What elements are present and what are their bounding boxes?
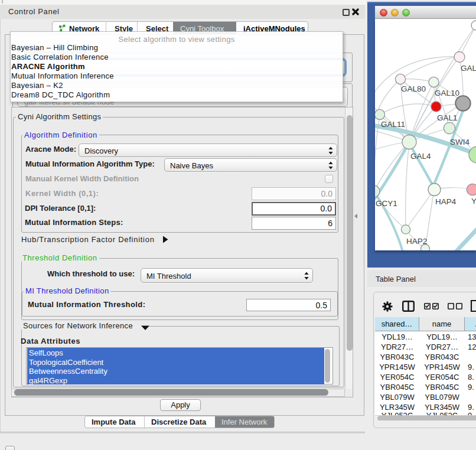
svg-text:SWI4: SWI4 — [450, 138, 470, 146]
svg-text:GCY1: GCY1 — [376, 199, 397, 208]
svg-text:HAP4: HAP4 — [435, 197, 457, 206]
svg-text:GAL2: GAL2 — [461, 64, 476, 73]
svg-text:GAL11: GAL11 — [381, 120, 405, 129]
svg-text:GAL10: GAL10 — [435, 89, 459, 97]
svg-text:GAL1: GAL1 — [437, 113, 458, 122]
svg-text:HAP2: HAP2 — [406, 237, 427, 246]
svg-text:Y: Y — [471, 197, 476, 206]
svg-text:GAL80: GAL80 — [401, 84, 426, 93]
svg-text:GAL4: GAL4 — [410, 152, 431, 161]
